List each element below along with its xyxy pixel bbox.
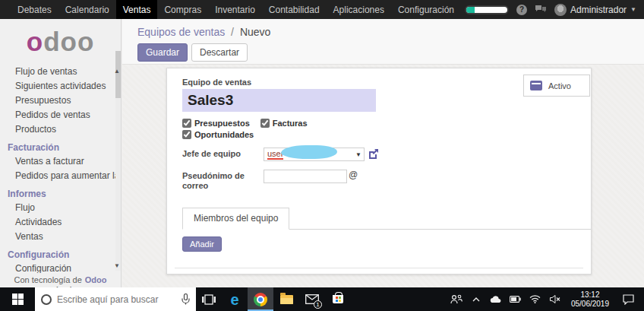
sidebar-item-ventas-a-facturar[interactable]: Ventas a facturar: [0, 154, 121, 169]
facturas-checkbox[interactable]: [260, 119, 270, 128]
sidebar-item-ventas[interactable]: Ventas: [0, 230, 121, 244]
onedrive-cloud-icon[interactable]: [488, 296, 504, 303]
alias-row: Pseudónimo de correo @: [182, 170, 576, 191]
nav-item-compras[interactable]: Compras: [157, 0, 208, 19]
search-input[interactable]: [57, 294, 176, 305]
scroll-down-icon[interactable]: ▼: [114, 262, 120, 269]
team-name-input[interactable]: [182, 89, 376, 112]
scroll-up-icon[interactable]: ▲: [114, 68, 120, 75]
combo-caret-icon: ▼: [355, 151, 361, 158]
breadcrumb-separator: /: [231, 26, 234, 38]
add-member-button[interactable]: Añadir: [182, 236, 222, 252]
oportunidades-label: Oportunidades: [194, 130, 254, 139]
external-link-icon[interactable]: [368, 148, 379, 159]
mail-notification-badge: 1: [314, 300, 322, 309]
nav-item-aplicaciones[interactable]: Aplicaciones: [327, 0, 391, 19]
nav-item-ventas[interactable]: Ventas: [116, 0, 158, 19]
clock-date: 05/06/2019: [571, 300, 609, 309]
sidebar-item-pedidos-aumentar[interactable]: Pedidos para aumentar la...: [0, 169, 121, 183]
store-button[interactable]: [325, 287, 351, 311]
user-name: Administrador: [570, 5, 627, 15]
sidebar-item-productos[interactable]: Productos: [0, 122, 121, 137]
windows-logo-icon: [12, 294, 24, 305]
tab-bar: Miembros del equipo: [182, 208, 591, 230]
battery-icon[interactable]: [507, 296, 524, 303]
show-hidden-icons-chevron[interactable]: [468, 297, 485, 302]
presupuestos-checkbox[interactable]: [182, 119, 191, 128]
navbar-right: ? Administrador ▼: [465, 4, 644, 16]
alias-at-suffix: @: [349, 170, 358, 180]
save-button[interactable]: Guardar: [137, 43, 188, 62]
team-leader-select[interactable]: user ▼: [264, 148, 365, 161]
top-navbar: Debates Calendario Ventas Compras Invent…: [0, 0, 644, 19]
chrome-button[interactable]: [248, 287, 273, 311]
archive-box-icon: [530, 81, 542, 90]
breadcrumb-current: Nuevo: [240, 26, 270, 38]
chrome-icon: [254, 293, 267, 306]
active-archive-button[interactable]: Activo: [523, 75, 590, 97]
checkbox-row-1: Presupuestos Facturas: [182, 119, 576, 128]
file-explorer-button[interactable]: [273, 287, 299, 311]
active-button-label: Activo: [548, 81, 571, 90]
control-panel-buttons: Guardar Descartar: [137, 43, 644, 62]
presupuestos-label: Presupuestos: [194, 119, 250, 128]
odoo-logo[interactable]: odoo: [0, 19, 121, 65]
tab-miembros-del-equipo[interactable]: Miembros del equipo: [182, 208, 289, 230]
nav-menu: Debates Calendario Ventas Compras Invent…: [11, 0, 461, 19]
form-view-background: Activo Equipo de ventas Presupuestos Fac…: [122, 64, 644, 287]
start-button[interactable]: [0, 287, 35, 311]
odoo-brand-link[interactable]: Odoo: [85, 275, 107, 284]
wifi-icon[interactable]: [527, 295, 544, 303]
cortana-icon: [41, 294, 52, 305]
facturas-label: Facturas: [273, 119, 308, 128]
sidebar-item-flujo-de-ventas[interactable]: Flujo de ventas: [0, 65, 121, 79]
nav-item-calendario[interactable]: Calendario: [58, 0, 116, 19]
notebook: Miembros del equipo Añadir: [182, 208, 576, 252]
control-panel: Equipos de ventas / Nuevo Guardar Descar…: [122, 19, 644, 64]
action-center-icon: [623, 294, 634, 305]
breadcrumb: Equipos de ventas / Nuevo: [137, 26, 644, 38]
nav-item-inventario[interactable]: Inventario: [208, 0, 262, 19]
messages-icon[interactable]: [535, 5, 547, 14]
windows-taskbar: e 1: [0, 287, 644, 311]
sidebar-item-pedidos-de-ventas[interactable]: Pedidos de ventas: [0, 108, 121, 122]
sidebar-header-facturacion: Facturación: [0, 137, 121, 154]
powered-by: Con tecnología de Odoo: [0, 273, 121, 287]
redacted-indicator: [465, 5, 509, 14]
sidebar: odoo Flujo de ventas Siguientes activida…: [0, 19, 122, 287]
clock[interactable]: 13:12 05/06/2019: [567, 290, 614, 309]
edge-button[interactable]: e: [222, 287, 248, 311]
options-checkboxes: Presupuestos Facturas Oportunidades: [182, 119, 576, 139]
sidebar-header-informes: Informes: [0, 183, 121, 201]
discard-button[interactable]: Descartar: [191, 43, 248, 62]
user-menu[interactable]: Administrador ▼: [554, 4, 636, 16]
action-center-button[interactable]: [617, 294, 639, 305]
clock-time: 13:12: [571, 290, 609, 300]
mail-button[interactable]: 1: [299, 287, 325, 311]
checkbox-row-2: Oportunidades: [182, 130, 576, 139]
sidebar-item-actividades[interactable]: Actividades: [0, 215, 121, 230]
alias-label: Pseudónimo de correo: [182, 170, 264, 191]
help-icon[interactable]: ?: [516, 5, 527, 15]
nav-item-configuracion[interactable]: Configuración: [391, 0, 461, 19]
alias-input[interactable]: [264, 170, 347, 183]
task-view-button[interactable]: [196, 287, 222, 311]
sidebar-item-flujo[interactable]: Flujo: [0, 201, 121, 215]
system-tray: 13:12 05/06/2019: [448, 287, 644, 311]
avatar: [554, 4, 567, 16]
sidebar-scrollbar-thumb[interactable]: [115, 51, 121, 98]
breadcrumb-parent-link[interactable]: Equipos de ventas: [137, 26, 225, 38]
form-sheet: Activo Equipo de ventas Presupuestos Fac…: [166, 68, 592, 275]
sidebar-menu: Flujo de ventas Siguientes actividades P…: [0, 65, 121, 306]
team-name-label: Equipo de ventas: [182, 78, 576, 87]
sidebar-item-presupuestos[interactable]: Presupuestos: [0, 94, 121, 108]
microphone-icon[interactable]: [182, 294, 190, 305]
nav-item-debates[interactable]: Debates: [11, 0, 58, 19]
volume-muted-icon[interactable]: [547, 295, 564, 303]
taskbar-search[interactable]: [35, 287, 196, 311]
sidebar-item-siguientes-actividades[interactable]: Siguientes actividades: [0, 79, 121, 94]
nav-item-contabilidad[interactable]: Contabilidad: [262, 0, 327, 19]
store-icon: [333, 295, 343, 303]
people-icon[interactable]: [448, 294, 465, 304]
oportunidades-checkbox[interactable]: [182, 130, 191, 139]
